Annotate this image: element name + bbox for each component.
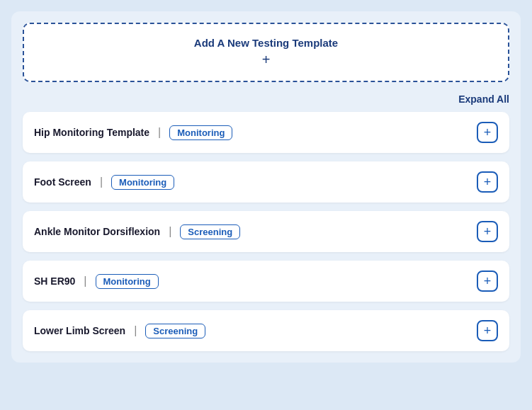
expand-all-button[interactable]: Expand All xyxy=(458,93,509,105)
template-name-lower-limb: Lower Limb Screen xyxy=(34,325,125,336)
template-badge-sh-er90: Monitoring xyxy=(96,274,159,289)
template-left-hip-monitoring: Hip Monitoring Template | Monitoring xyxy=(34,125,232,140)
template-divider-hip-monitoring: | xyxy=(158,126,161,139)
template-divider-ankle-monitor: | xyxy=(169,225,171,238)
expand-button-hip-monitoring[interactable]: + xyxy=(477,122,498,143)
template-row: SH ER90 | Monitoring + xyxy=(23,261,509,302)
template-badge-hip-monitoring: Monitoring xyxy=(169,125,232,140)
template-name-hip-monitoring: Hip Monitoring Template xyxy=(34,127,149,138)
template-left-sh-er90: SH ER90 | Monitoring xyxy=(34,274,159,289)
template-badge-ankle-monitor: Screening xyxy=(180,224,240,239)
template-badge-foot-screen: Monitoring xyxy=(111,175,174,190)
template-divider-foot-screen: | xyxy=(100,176,103,188)
expand-button-foot-screen[interactable]: + xyxy=(477,171,498,193)
template-list: Hip Monitoring Template | Monitoring + F… xyxy=(23,112,509,351)
template-row: Hip Monitoring Template | Monitoring + xyxy=(23,112,509,153)
template-row: Lower Limb Screen | Screening + xyxy=(23,310,509,351)
expand-all-row: Expand All xyxy=(23,93,509,105)
template-badge-lower-limb: Screening xyxy=(145,324,205,338)
template-divider-lower-limb: | xyxy=(134,324,137,337)
template-row: Foot Screen | Monitoring + xyxy=(23,161,509,203)
main-container: Add A New Testing Template + Expand All … xyxy=(11,11,521,363)
template-name-ankle-monitor: Ankle Monitor Dorsiflexion xyxy=(34,226,160,237)
template-left-foot-screen: Foot Screen | Monitoring xyxy=(34,175,174,190)
expand-button-sh-er90[interactable]: + xyxy=(477,271,498,292)
template-name-sh-er90: SH ER90 xyxy=(34,275,75,287)
add-template-icon: + xyxy=(262,52,271,68)
template-row: Ankle Monitor Dorsiflexion | Screening + xyxy=(23,211,509,252)
add-template-button[interactable]: Add A New Testing Template + xyxy=(23,23,509,82)
add-template-title: Add A New Testing Template xyxy=(194,37,338,49)
template-left-lower-limb: Lower Limb Screen | Screening xyxy=(34,324,205,338)
template-name-foot-screen: Foot Screen xyxy=(34,176,91,188)
expand-button-ankle-monitor[interactable]: + xyxy=(477,221,498,242)
template-divider-sh-er90: | xyxy=(84,275,86,287)
template-left-ankle-monitor: Ankle Monitor Dorsiflexion | Screening xyxy=(34,224,240,239)
expand-button-lower-limb[interactable]: + xyxy=(477,320,498,341)
